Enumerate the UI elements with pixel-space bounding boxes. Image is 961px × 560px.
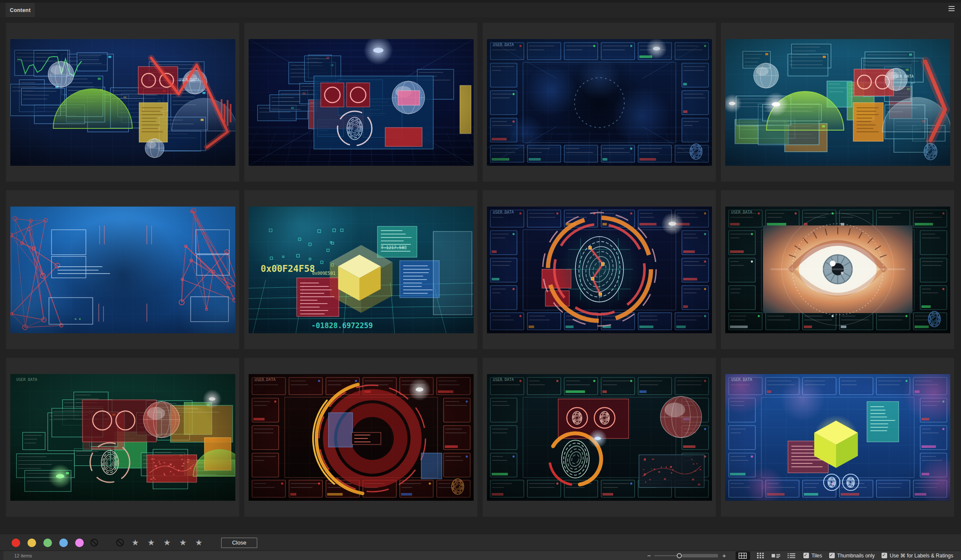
panel-header: Content bbox=[0, 0, 961, 17]
view-controls: − + bbox=[647, 551, 953, 560]
content-tile-9[interactable]: USER DATA bbox=[6, 358, 239, 517]
thumbnail-hud-screens-corridor bbox=[249, 39, 474, 166]
list-view-icon bbox=[788, 553, 795, 559]
thumbnails-only-checkbox-label: Thumbnails only bbox=[837, 553, 875, 559]
clear-rating-icon[interactable] bbox=[116, 538, 125, 547]
content-area: USER DATAUSER DATAUSER DATA0x00F24F58-01… bbox=[0, 17, 961, 534]
thumbnail-size-slider[interactable] bbox=[654, 553, 718, 559]
thumbnail-eye-scan-monitor: USER DATA bbox=[725, 207, 950, 333]
view-details-button[interactable] bbox=[771, 552, 781, 560]
thumbnail-data-cubes-code: 0x00F24F58-01828.6972259T-1217.5880x009E… bbox=[249, 207, 474, 333]
label-magenta-button[interactable] bbox=[75, 539, 84, 547]
thumbnail-red-dial-console: USER DATA bbox=[249, 374, 474, 501]
content-tile-4[interactable]: USER DATA bbox=[721, 23, 954, 182]
view-thumbnails-button[interactable] bbox=[755, 552, 766, 560]
label-buttons bbox=[12, 539, 84, 547]
rating-star-5[interactable]: ★ bbox=[194, 539, 204, 547]
content-tile-8[interactable]: USER DATA bbox=[721, 190, 954, 349]
rating-star-4[interactable]: ★ bbox=[178, 539, 188, 547]
slider-track-filled bbox=[682, 554, 718, 557]
content-tile-5[interactable] bbox=[6, 190, 239, 349]
clear-label-icon[interactable] bbox=[90, 538, 99, 547]
thumbnail-bright-cube-hud: USER DATA bbox=[725, 374, 950, 501]
use-cmd-labels-ratings-checkbox[interactable] bbox=[882, 553, 887, 558]
label-rating-toolbar: ★★★★★ Close bbox=[0, 534, 961, 551]
tab-content-label: Content bbox=[10, 7, 31, 13]
media-browser-window: Content USER DATAUSER DATAUSER DATA0x00F… bbox=[0, 0, 961, 560]
details-view-icon bbox=[772, 553, 780, 559]
slider-knob[interactable] bbox=[677, 553, 682, 558]
thumbnail-fingerprint-map-console: USER DATA bbox=[487, 374, 712, 501]
content-tile-6[interactable]: 0x00F24F58-01828.6972259T-1217.5880x009E… bbox=[244, 190, 477, 349]
status-bar: 12 items − + bbox=[0, 551, 961, 560]
grid-view-icon bbox=[739, 553, 747, 559]
content-tile-10[interactable]: USER DATA bbox=[244, 358, 477, 517]
thumbnail-fingerprint-scan-rings: USER DATA bbox=[487, 207, 712, 333]
content-tile-11[interactable]: USER DATA bbox=[483, 358, 716, 517]
view-grid-button[interactable] bbox=[736, 551, 750, 560]
thumbnail-grid: USER DATAUSER DATAUSER DATA0x00F24F58-01… bbox=[6, 23, 954, 517]
tiles-checkbox-label: Tiles bbox=[812, 553, 822, 559]
view-list-button[interactable] bbox=[786, 552, 797, 560]
rating-star-1[interactable]: ★ bbox=[131, 539, 140, 547]
use-cmd-labels-ratings-checkbox-label: Use ⌘ for Labels & Ratings bbox=[890, 553, 953, 559]
use-cmd-labels-ratings-checkbox-group[interactable]: Use ⌘ for Labels & Ratings bbox=[882, 553, 953, 559]
content-tile-12[interactable]: USER DATA bbox=[721, 358, 954, 517]
thumbnail-hud-screen-wall-blue: USER DATA bbox=[10, 39, 235, 166]
rating-stars: ★★★★★ bbox=[131, 539, 210, 547]
tiles-checkbox[interactable] bbox=[803, 553, 809, 558]
thumbnail-hud-screen-wall-green: USER DATA bbox=[10, 374, 235, 501]
thumbnail-hud-screen-wall-teal: USER DATA bbox=[725, 39, 950, 166]
panel-menu-icon[interactable] bbox=[949, 6, 955, 11]
content-tile-7[interactable]: USER DATA bbox=[483, 190, 716, 349]
label-green-button[interactable] bbox=[43, 539, 52, 547]
items-count: 12 items bbox=[14, 553, 32, 558]
rating-star-3[interactable]: ★ bbox=[162, 539, 172, 547]
thumbnail-hud-data-space-blue: USER DATA bbox=[487, 39, 712, 166]
close-button[interactable]: Close bbox=[221, 538, 257, 548]
label-blue-button[interactable] bbox=[59, 539, 68, 547]
thumbnail-size-decrease-button[interactable]: − bbox=[647, 552, 651, 559]
rating-star-2[interactable]: ★ bbox=[146, 539, 156, 547]
tiles-checkbox-group[interactable]: Tiles bbox=[803, 553, 822, 559]
content-tile-1[interactable]: USER DATA bbox=[6, 23, 239, 182]
content-tile-2[interactable] bbox=[244, 23, 477, 182]
thumbnails-view-icon bbox=[757, 553, 764, 559]
thumbnails-only-checkbox[interactable] bbox=[829, 553, 835, 558]
content-tile-3[interactable]: USER DATA bbox=[483, 23, 716, 182]
thumbnail-red-mesh-network-frame bbox=[10, 207, 235, 333]
label-red-button[interactable] bbox=[12, 539, 20, 547]
tab-content[interactable]: Content bbox=[6, 3, 35, 17]
label-yellow-button[interactable] bbox=[27, 539, 36, 547]
thumbnail-size-increase-button[interactable]: + bbox=[722, 552, 726, 559]
thumbnails-only-checkbox-group[interactable]: Thumbnails only bbox=[829, 553, 875, 559]
